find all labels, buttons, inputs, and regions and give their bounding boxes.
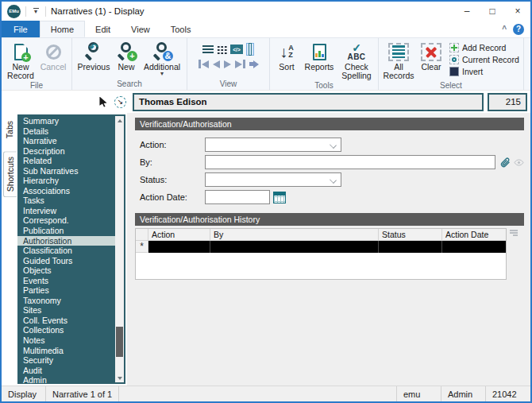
attachment-icon[interactable] <box>499 157 511 169</box>
check-spelling-button[interactable]: ✓ ABC Check Spelling <box>337 40 376 80</box>
sidebar-item-collections[interactable]: Collections <box>17 325 115 335</box>
sidebar-item-objects[interactable]: Objects <box>17 265 115 276</box>
sidebar-item-events[interactable]: Events <box>17 276 115 286</box>
column-header-by[interactable]: By <box>210 229 379 241</box>
tab-home[interactable]: Home <box>40 21 85 37</box>
vertical-tab-shortcuts[interactable]: Shortcuts <box>3 151 17 197</box>
sidebar-item-interview[interactable]: Interview <box>17 206 115 216</box>
action-date-input[interactable] <box>205 190 270 204</box>
tab-view[interactable]: View <box>121 21 160 37</box>
sidebar-item-description[interactable]: Description <box>17 146 115 157</box>
minimize-button[interactable]: – <box>454 2 480 21</box>
first-record-icon[interactable] <box>199 60 209 68</box>
quick-access-dropdown[interactable]: ▾ <box>31 8 40 15</box>
vertical-tab-tabs[interactable]: Tabs <box>3 116 16 143</box>
sidebar-item-hierarchy[interactable]: Hierarchy <box>17 176 115 186</box>
ribbon: + New Record Cancel File ↶ Previous <box>2 38 530 91</box>
sidebar-scrollbar[interactable] <box>115 116 124 382</box>
scroll-down-icon[interactable] <box>115 374 124 382</box>
scroll-up-icon[interactable] <box>115 116 124 125</box>
sidebar-item-parties[interactable]: Parties <box>17 285 115 296</box>
all-records-button[interactable]: All Records <box>381 40 416 80</box>
sidebar-item-details[interactable]: Details <box>17 126 115 137</box>
sidebar-item-security[interactable]: Security <box>17 355 115 366</box>
previous-record-icon[interactable] <box>213 60 220 68</box>
action-date-label: Action Date: <box>140 192 205 202</box>
section-title: Verification/Authorisation History <box>140 215 260 224</box>
collapse-ribbon-icon[interactable]: ^ <box>502 25 507 33</box>
tab-tools[interactable]: Tools <box>160 21 202 37</box>
history-table-header: Action By Status Action Date <box>136 229 506 241</box>
last-record-icon[interactable] <box>235 60 245 68</box>
list-view-icon[interactable] <box>202 45 214 54</box>
reports-button[interactable]: Reports <box>301 40 337 72</box>
help-icon[interactable]: ? <box>513 24 524 35</box>
current-record-button[interactable]: Current Record <box>449 54 519 64</box>
by-input[interactable] <box>205 155 495 169</box>
title-bar: EMu ▾ Narratives (1) - Display – □ × <box>2 2 530 21</box>
goto-record-icon[interactable] <box>249 60 259 68</box>
sidebar-item-narrative[interactable]: Narrative <box>17 136 115 146</box>
previous-search-icon: ↶ <box>83 42 104 62</box>
sidebar-item-coll-events[interactable]: Coll. Events <box>17 316 115 326</box>
cancel-button[interactable]: Cancel <box>37 40 69 72</box>
close-button[interactable]: × <box>505 2 530 21</box>
row-selector-header <box>136 229 148 241</box>
column-header-status[interactable]: Status <box>379 229 442 241</box>
sidebar-item-sub-narratives[interactable]: Sub Narratives <box>17 166 115 176</box>
column-header-action-date[interactable]: Action Date <box>442 229 506 241</box>
sidebar-item-correspond[interactable]: Correspond. <box>17 215 115 226</box>
sidebar-item-audit[interactable]: Audit <box>17 366 115 376</box>
column-header-action[interactable]: Action <box>148 229 210 241</box>
grid-options-icon[interactable] <box>510 230 518 236</box>
sort-button[interactable]: ↓ AZ Sort <box>272 40 301 72</box>
sidebar-item-notes[interactable]: Notes <box>17 335 115 346</box>
group-label-view: View <box>190 79 267 90</box>
page-view-icon-selected[interactable] <box>246 43 254 56</box>
additional-search-button[interactable]: & Additional ▾ <box>140 40 184 76</box>
previous-search-button[interactable]: ↶ Previous <box>75 40 113 72</box>
maximize-button[interactable]: □ <box>480 2 505 21</box>
group-label-tools: Tools <box>272 80 376 91</box>
cursor-tool-icon[interactable] <box>98 97 108 107</box>
code-view-icon[interactable]: </> <box>230 45 243 54</box>
select-region-icon[interactable]: ↘ <box>114 96 126 108</box>
action-combobox[interactable] <box>205 138 341 152</box>
sidebar-item-related[interactable]: Related <box>17 156 115 166</box>
window-body: Tabs Shortcuts Summary Details Narrative… <box>2 113 530 386</box>
sort-icon: ↓ AZ <box>279 44 294 60</box>
sidebar-item-sites[interactable]: Sites <box>17 305 115 316</box>
scrollbar-thumb[interactable] <box>116 327 123 357</box>
eye-icon[interactable] <box>514 159 524 166</box>
sidebar-item-publication[interactable]: Publication <box>17 226 115 236</box>
status-combobox[interactable] <box>205 172 341 187</box>
sidebar-item-guided-tours[interactable]: Guided Tours <box>17 256 115 266</box>
table-row-new[interactable]: * <box>136 241 506 253</box>
new-search-button[interactable]: + New <box>113 40 140 72</box>
tab-edit[interactable]: Edit <box>85 21 121 37</box>
new-record-button[interactable]: + New Record <box>4 40 37 80</box>
next-record-icon[interactable] <box>224 60 231 68</box>
section-header-verification: Verification/Authorisation <box>135 118 524 130</box>
sidebar-item-taxonomy[interactable]: Taxonomy <box>17 296 115 306</box>
tab-file[interactable]: File <box>2 21 40 37</box>
sidebar-item-tasks[interactable]: Tasks <box>17 196 115 206</box>
sidebar-item-summary[interactable]: Summary <box>17 116 115 126</box>
sidebar-item-classification[interactable]: Classification <box>17 246 115 256</box>
clear-selection-icon <box>421 43 441 61</box>
sidebar-item-authorisation[interactable]: Authorisation <box>17 236 115 246</box>
status-record-position: Narrative 1 of 1 <box>46 386 119 401</box>
clear-selection-button[interactable]: Clear <box>416 40 446 72</box>
new-row-marker: * <box>136 241 148 253</box>
sidebar-item-multimedia[interactable]: Multimedia <box>17 346 115 356</box>
ribbon-group-view: </> View <box>187 38 270 90</box>
grid-view-icon[interactable] <box>217 45 227 54</box>
calendar-icon[interactable] <box>273 192 286 203</box>
current-record-label: Current Record <box>462 55 519 64</box>
app-window: EMu ▾ Narratives (1) - Display – □ × Fil… <box>0 0 532 403</box>
add-record-button[interactable]: Add Record <box>449 42 519 52</box>
table-empty-area <box>136 253 506 279</box>
sidebar-item-admin[interactable]: Admin <box>17 375 115 384</box>
sidebar-item-associations[interactable]: Associations <box>17 186 115 196</box>
invert-selection-button[interactable]: Invert <box>449 66 519 76</box>
